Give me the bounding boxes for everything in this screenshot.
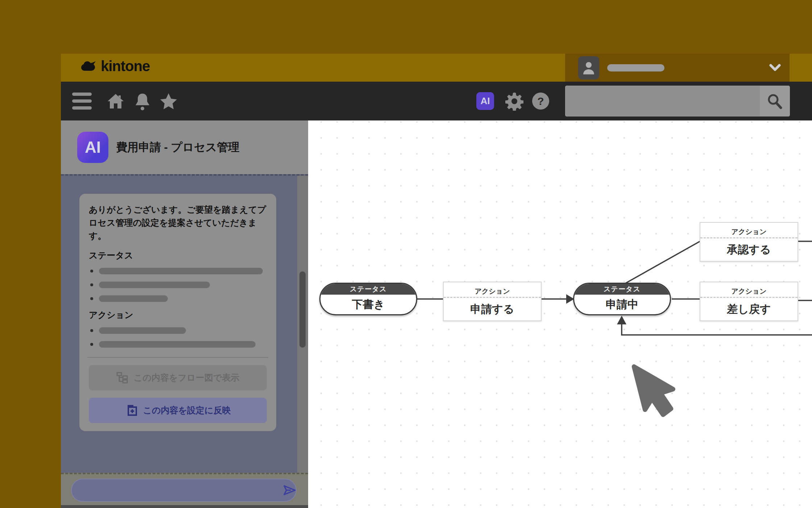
mouse-cursor-icon <box>630 364 680 420</box>
navbar: AI ? <box>61 82 812 120</box>
help-icon[interactable]: ? <box>532 93 549 110</box>
settings-gear-icon[interactable] <box>504 82 525 120</box>
action-item-placeholder <box>90 327 267 334</box>
ai-chat-area: ありがとうございます。ご要望を踏まえてプロセス管理の設定を提案させていただきます… <box>61 174 308 473</box>
status-item-placeholder <box>90 282 267 288</box>
apply-settings-button[interactable]: この内容を設定に反映 <box>89 398 267 423</box>
chevron-down-icon[interactable] <box>769 62 781 74</box>
user-menu[interactable] <box>565 54 790 82</box>
menu-icon[interactable] <box>72 82 92 120</box>
chat-input-bar <box>61 473 308 505</box>
action-node-label: 承認する <box>700 238 798 261</box>
user-name-placeholder <box>607 64 664 71</box>
panel-scrollbar-track[interactable] <box>297 176 308 474</box>
ai-panel-header: AI 費用申請 - プロセス管理 <box>61 120 308 174</box>
status-node-band: ステータス <box>574 284 670 295</box>
user-avatar-icon <box>578 56 599 79</box>
action-item-placeholder <box>90 341 267 348</box>
chat-input[interactable] <box>71 479 297 502</box>
status-item-placeholder <box>90 295 267 302</box>
action-node-band: アクション <box>700 223 798 238</box>
status-heading: ステータス <box>89 250 267 261</box>
ai-panel-title: 費用申請 - プロセス管理 <box>116 120 239 174</box>
status-node-label: 申請中 <box>574 295 670 314</box>
ai-message-text: ありがとうございます。ご要望を踏まえてプロセス管理の設定を提案させていただきます… <box>89 203 267 242</box>
action-node-label: 差し戻す <box>700 298 798 320</box>
action-heading: アクション <box>89 309 267 321</box>
flow-diagram-icon <box>116 372 129 384</box>
send-icon[interactable] <box>283 484 297 498</box>
search-button[interactable] <box>760 86 790 116</box>
panel-scrollbar-thumb[interactable] <box>299 271 306 348</box>
apply-button-label: この内容を設定に反映 <box>143 405 231 416</box>
kintone-cloud-icon <box>80 59 99 74</box>
search-icon <box>766 93 783 110</box>
ai-message-card: ありがとうございます。ご要望を踏まえてプロセス管理の設定を提案させていただきます… <box>79 194 276 431</box>
app-header: kintone <box>61 54 812 82</box>
kintone-logo[interactable]: kintone <box>80 58 150 74</box>
status-node-band: ステータス <box>320 284 416 295</box>
action-node-band: アクション <box>700 282 798 298</box>
status-node-pending[interactable]: ステータス 申請中 <box>573 283 671 315</box>
search-input[interactable] <box>566 86 758 116</box>
home-icon[interactable] <box>103 82 128 120</box>
process-flow-canvas[interactable]: ステータス 下書き アクション 申請する ステータス 申請中 アクション 承認す… <box>308 120 812 508</box>
ai-app-icon: AI <box>77 132 108 163</box>
ai-panel: AI 費用申請 - プロセス管理 ありがとうございます。ご要望を踏まえてプロセス… <box>61 120 308 508</box>
ai-assistant-icon[interactable]: AI <box>476 92 494 110</box>
status-node-draft[interactable]: ステータス 下書き <box>319 283 417 315</box>
show-flow-button-label: この内容をフロー図で表示 <box>134 372 239 384</box>
action-node-approve[interactable]: アクション 承認する <box>700 222 798 262</box>
show-flow-diagram-button[interactable]: この内容をフロー図で表示 <box>89 365 267 390</box>
search-field <box>565 86 790 116</box>
notifications-icon[interactable] <box>130 82 154 120</box>
screen: kintone AI ? <box>0 0 812 508</box>
action-node-apply[interactable]: アクション 申請する <box>443 282 542 321</box>
apply-copy-plus-icon <box>125 404 138 417</box>
action-node-label: 申請する <box>444 298 541 320</box>
status-item-placeholder <box>90 268 267 274</box>
action-node-reject[interactable]: アクション 差し戻す <box>700 282 798 321</box>
panel-bottom-edge <box>61 505 308 508</box>
status-node-label: 下書き <box>320 295 416 314</box>
action-node-band: アクション <box>444 282 541 298</box>
favorites-star-icon[interactable] <box>156 82 181 120</box>
card-divider <box>87 357 268 358</box>
kintone-logo-text: kintone <box>101 58 150 74</box>
